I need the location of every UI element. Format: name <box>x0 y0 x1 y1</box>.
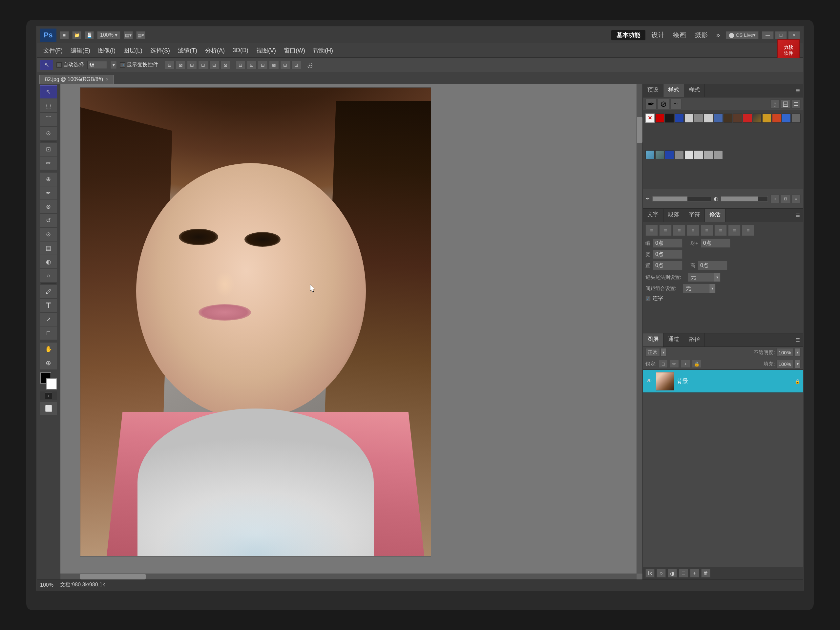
tool-gradient[interactable]: ▤ <box>40 242 57 255</box>
tool-eyedropper[interactable]: ✏ <box>40 156 57 170</box>
align-btn-5[interactable]: ⊟ <box>209 61 219 69</box>
auto-select-arrow[interactable]: ▾ <box>110 61 117 69</box>
layer-visibility-eye[interactable]: 👁 <box>646 377 653 385</box>
swatch-blue-4[interactable] <box>665 150 674 159</box>
screen-mode-btn[interactable]: ⬜ <box>40 402 57 415</box>
tool-brush[interactable]: ✒ <box>40 186 57 199</box>
scroll-thumb-h[interactable] <box>80 574 146 579</box>
swatch-gray-1[interactable] <box>684 114 694 123</box>
style-tab2[interactable]: 样式 <box>684 84 705 97</box>
dist-btn-6[interactable]: ⊡ <box>291 61 301 69</box>
fill-arrow[interactable]: ▾ <box>795 360 801 368</box>
swatch-gray-7[interactable] <box>704 150 713 159</box>
dist-btn-5[interactable]: ⊟ <box>280 61 290 69</box>
tool-shape[interactable]: □ <box>40 327 57 339</box>
save-btn[interactable]: 💾 <box>85 31 94 39</box>
layers-tab[interactable]: 图层 <box>643 333 663 346</box>
layer-group-btn[interactable]: □ <box>679 569 688 578</box>
spacing-input[interactable]: 无 <box>683 284 709 293</box>
presets-tab[interactable]: 预设 <box>643 84 663 97</box>
dist-btn-3[interactable]: ⊟ <box>258 61 268 69</box>
menu-analyze[interactable]: 分析(A) <box>202 45 228 56</box>
channels-tab[interactable]: 通道 <box>663 333 684 346</box>
opacity-arrow[interactable]: ▾ <box>795 348 801 357</box>
opacity-input[interactable]: 100% <box>776 348 793 357</box>
blend-mode-select[interactable]: 正常 <box>646 348 660 357</box>
design-item[interactable]: 设计 <box>649 30 667 39</box>
tool-hand[interactable]: ✋ <box>40 343 57 356</box>
align-btn-1[interactable]: ⊟ <box>165 61 175 69</box>
ligature-checkbox[interactable]: ✓ <box>646 296 651 301</box>
tab-xiuhuo[interactable]: 修活 <box>705 209 725 222</box>
menu-3d[interactable]: 3D(D) <box>229 46 252 55</box>
auto-select-type[interactable]: 组 <box>87 61 107 69</box>
menu-filter[interactable]: 滤镜(T) <box>175 45 201 56</box>
maximize-btn[interactable]: □ <box>775 31 787 39</box>
tool-clone[interactable]: ⊗ <box>40 200 57 213</box>
swatch-gray-8[interactable] <box>714 150 723 159</box>
swatch-red-2[interactable] <box>743 114 752 123</box>
more-item[interactable]: » <box>714 31 723 39</box>
photo-item[interactable]: 摄影 <box>692 30 711 39</box>
lock-position-btn[interactable]: + <box>681 360 690 368</box>
canvas-viewport[interactable] <box>60 84 636 573</box>
swatch-gray-3[interactable] <box>704 114 713 123</box>
vertical-scrollbar[interactable] <box>636 84 643 573</box>
brush-size-slider[interactable] <box>652 196 711 202</box>
cs-live-btn[interactable]: ⬤ CS Live▾ <box>726 31 759 39</box>
align-btn-4[interactable]: ⊡ <box>198 61 208 69</box>
swatch-gray-2[interactable] <box>694 114 703 123</box>
open-btn[interactable]: 📁 <box>72 31 81 39</box>
size-dropdown[interactable]: 100% ▾ <box>97 31 120 39</box>
layer-adjustment-btn[interactable]: ◑ <box>668 569 677 578</box>
tail-rule-arrow[interactable]: ▾ <box>714 273 720 282</box>
tool-path-select[interactable]: ↗ <box>40 313 57 326</box>
lock-transparent-btn[interactable]: □ <box>658 360 668 368</box>
menu-file[interactable]: 文件(F) <box>40 45 66 56</box>
menu-window[interactable]: 窗口(W) <box>281 45 308 56</box>
workspace-label[interactable]: 基本功能 <box>611 30 646 40</box>
tool-healing[interactable]: ⊕ <box>40 172 57 186</box>
dist-btn-1[interactable]: ⊟ <box>235 61 245 69</box>
color-swatches[interactable] <box>40 373 57 390</box>
layer-new-btn[interactable]: + <box>690 569 699 578</box>
brush-btn-2[interactable]: ⊟ <box>781 194 790 203</box>
swatch-gray-6[interactable] <box>694 150 703 159</box>
lock-all-btn[interactable]: 🔒 <box>692 360 701 368</box>
brush-preview-btn[interactable]: ~ <box>670 99 682 109</box>
swatch-blue-grad[interactable] <box>646 150 655 159</box>
text-align-center[interactable]: ≡ <box>659 225 672 236</box>
swatch-black-1[interactable] <box>665 114 674 123</box>
align-btn-6[interactable]: ⊠ <box>221 61 231 69</box>
layer-item-background[interactable]: 👁 背景 🔒 <box>643 370 803 393</box>
swatch-light-gray[interactable] <box>684 150 694 159</box>
background-color[interactable] <box>46 378 57 390</box>
swatch-gray-4[interactable] <box>791 114 801 123</box>
horizontal-scrollbar[interactable] <box>60 573 636 579</box>
layer-delete-btn[interactable]: 🗑 <box>701 569 711 578</box>
scroll-thumb-v[interactable] <box>637 117 643 143</box>
layer-style-btn[interactable]: fx <box>646 569 655 578</box>
tab-ziti[interactable]: 字符 <box>684 209 705 222</box>
text-align-j2[interactable]: ≡ <box>701 225 713 236</box>
panel-view-btn[interactable]: ⊟ <box>781 99 790 109</box>
fill-input[interactable]: 100% <box>776 360 793 368</box>
tool-dodge[interactable]: ○ <box>40 269 57 282</box>
align-btn-2[interactable]: ⊠ <box>176 61 186 69</box>
menu-help[interactable]: 帮助(H) <box>310 45 336 56</box>
tool-marquee[interactable]: ⬚ <box>40 99 57 112</box>
paths-tab[interactable]: 路径 <box>684 333 705 346</box>
tool-history[interactable]: ↺ <box>40 214 57 227</box>
tool-move[interactable]: ↖ <box>40 85 57 98</box>
spacing-arrow[interactable]: ▾ <box>709 284 716 293</box>
panel-settings-btn[interactable]: ≡ <box>791 99 801 109</box>
minimize-btn[interactable]: — <box>762 31 774 39</box>
swatch-blue-1[interactable] <box>675 114 684 123</box>
auto-align-btn[interactable]: お <box>307 61 313 69</box>
pair-input[interactable]: 0点 <box>701 238 730 248</box>
tool-pen[interactable]: 🖊 <box>40 285 57 298</box>
menu-layer[interactable]: 图层(L) <box>120 45 146 56</box>
char-panel-opts[interactable]: ≡ <box>792 209 803 222</box>
swatch-mixed-1[interactable] <box>753 114 762 123</box>
panel-options-btn[interactable]: ≡ <box>792 84 803 97</box>
